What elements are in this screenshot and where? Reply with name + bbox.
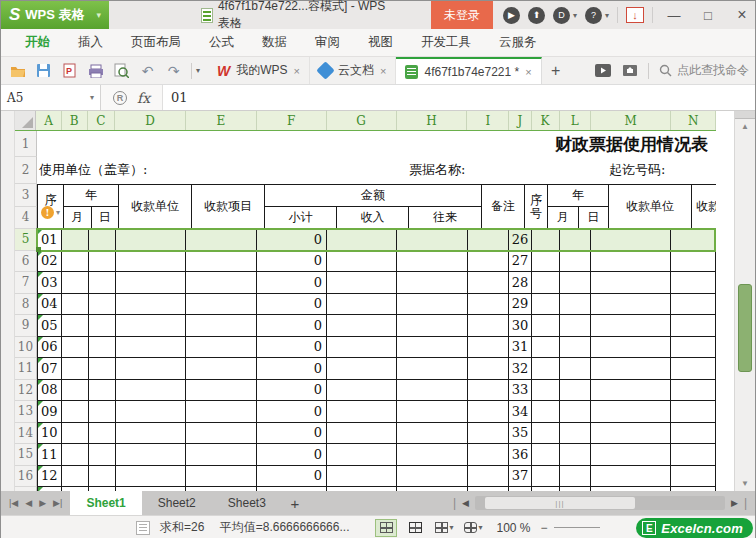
- cell[interactable]: [62, 401, 88, 423]
- cell[interactable]: [591, 401, 671, 423]
- cell[interactable]: [560, 444, 591, 466]
- cell[interactable]: [532, 251, 560, 273]
- cell[interactable]: [116, 466, 187, 488]
- scrollbar-thumb[interactable]: [738, 284, 752, 372]
- cell[interactable]: [186, 401, 257, 423]
- cell[interactable]: [532, 401, 560, 423]
- left-collapse-strip[interactable]: [1, 111, 15, 491]
- select-all-corner[interactable]: [15, 111, 36, 130]
- cell-seq[interactable]: 01: [37, 229, 62, 251]
- column-header[interactable]: C: [88, 111, 115, 130]
- column-header[interactable]: K: [532, 111, 560, 130]
- cell[interactable]: [671, 229, 716, 251]
- row-header[interactable]: 14: [15, 423, 37, 445]
- cell[interactable]: [468, 358, 510, 380]
- cell[interactable]: [116, 251, 187, 273]
- header-payee-left[interactable]: 收款单位: [119, 185, 192, 229]
- scroll-down-icon[interactable]: ▼: [735, 476, 755, 491]
- chevron-down-icon[interactable]: ▾: [56, 209, 60, 217]
- column-header[interactable]: A: [36, 111, 61, 130]
- cell[interactable]: [468, 337, 510, 359]
- cell[interactable]: [591, 444, 671, 466]
- cell[interactable]: [327, 401, 397, 423]
- zoom-out-button[interactable]: −: [541, 521, 548, 535]
- cell[interactable]: [89, 337, 116, 359]
- ribbon-tab[interactable]: 审阅: [301, 29, 354, 57]
- cell[interactable]: [397, 229, 468, 251]
- cell[interactable]: [116, 315, 187, 337]
- cell-subtotal[interactable]: 0: [257, 294, 327, 316]
- sheet-tab-sheet3[interactable]: Sheet3: [212, 491, 282, 515]
- cell-seq-right[interactable]: 35: [509, 423, 531, 445]
- cell-subtotal[interactable]: 0: [257, 315, 327, 337]
- cell[interactable]: [468, 251, 510, 273]
- cell[interactable]: [62, 358, 88, 380]
- print-preview-icon[interactable]: [113, 62, 130, 79]
- play-demo-icon[interactable]: ▶: [503, 7, 520, 24]
- header-year-left[interactable]: 年 月 日: [64, 185, 119, 229]
- ribbon-tab[interactable]: 开发工具: [407, 29, 485, 57]
- cell[interactable]: [397, 466, 468, 488]
- page-break-view-button[interactable]: [404, 519, 426, 537]
- cell-seq-right[interactable]: 30: [509, 315, 531, 337]
- chevron-down-icon[interactable]: ▾: [605, 11, 609, 20]
- row-header[interactable]: 13: [15, 401, 37, 423]
- cell[interactable]: [591, 294, 671, 316]
- column-header[interactable]: G: [327, 111, 397, 130]
- cell[interactable]: [116, 401, 187, 423]
- close-button[interactable]: ×: [729, 5, 755, 25]
- zoom-slider[interactable]: [554, 527, 600, 528]
- cell[interactable]: [89, 315, 116, 337]
- cell-seq[interactable]: 05: [37, 315, 62, 337]
- cell[interactable]: [186, 251, 257, 273]
- cell[interactable]: [468, 487, 510, 491]
- row-header[interactable]: 1: [15, 131, 37, 157]
- first-sheet-icon[interactable]: |◀: [9, 498, 18, 508]
- cell[interactable]: [186, 358, 257, 380]
- row-header[interactable]: 4: [15, 207, 37, 230]
- cell-subtotal[interactable]: 0: [257, 401, 327, 423]
- cell[interactable]: [671, 315, 716, 337]
- row-header[interactable]: 8: [15, 294, 37, 316]
- column-header[interactable]: B: [62, 111, 88, 130]
- cell[interactable]: [560, 315, 591, 337]
- error-check-indicator[interactable]: ! ▾: [41, 206, 60, 219]
- cell[interactable]: [397, 444, 468, 466]
- cell[interactable]: [116, 272, 187, 294]
- cell-seq[interactable]: 04: [37, 294, 62, 316]
- cell[interactable]: [560, 401, 591, 423]
- header-amount-group[interactable]: 金额 小计 收入 往来: [265, 185, 482, 229]
- vertical-scrollbar[interactable]: ▲ ▼: [734, 111, 755, 491]
- chevron-down-icon[interactable]: ▾: [97, 10, 102, 20]
- help-icon[interactable]: ?: [585, 7, 602, 24]
- month-cell[interactable]: 月: [64, 207, 92, 228]
- close-tab-icon[interactable]: ×: [294, 65, 300, 77]
- cell-seq[interactable]: 03: [37, 272, 62, 294]
- stamp-icon[interactable]: R: [113, 91, 127, 105]
- cell[interactable]: [89, 229, 116, 251]
- split-handle[interactable]: [735, 111, 755, 119]
- warning-icon[interactable]: !: [41, 206, 54, 219]
- cell[interactable]: [532, 229, 560, 251]
- cell[interactable]: [532, 423, 560, 445]
- cell-seq-right[interactable]: 33: [509, 380, 531, 402]
- name-box[interactable]: A5 ▾: [1, 85, 101, 110]
- current-cell[interactable]: 往来: [409, 207, 481, 228]
- cell[interactable]: [89, 444, 116, 466]
- cell-seq-right[interactable]: 36: [509, 444, 531, 466]
- cell[interactable]: [591, 487, 671, 491]
- cell-seq[interactable]: 08: [37, 380, 62, 402]
- cell[interactable]: [532, 466, 560, 488]
- column-header[interactable]: M: [591, 111, 672, 130]
- redo-icon[interactable]: ↷: [165, 62, 182, 79]
- cell[interactable]: [532, 444, 560, 466]
- cell-seq-right[interactable]: 38: [509, 487, 531, 491]
- cell[interactable]: [591, 466, 671, 488]
- cell-seq-right[interactable]: 28: [509, 272, 531, 294]
- maximize-button[interactable]: □: [695, 5, 721, 25]
- month-cell[interactable]: 月: [548, 207, 579, 228]
- cell[interactable]: [468, 401, 510, 423]
- row-header[interactable]: 11: [15, 358, 37, 380]
- insert-function-button[interactable]: fx: [137, 90, 150, 106]
- cell[interactable]: [560, 251, 591, 273]
